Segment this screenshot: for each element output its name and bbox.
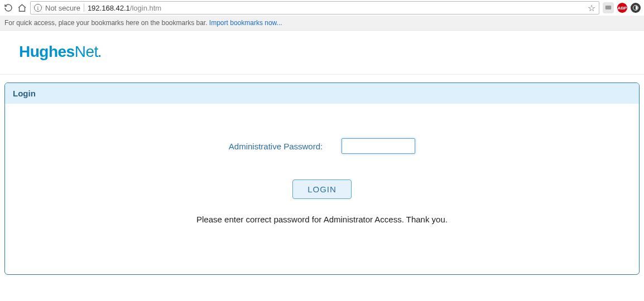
content-area: Login Administrative Password: LOGIN Ple…	[0, 75, 644, 280]
extension-circle-icon[interactable]	[631, 3, 641, 13]
card-title: Login	[5, 83, 639, 104]
abp-icon[interactable]: ABP	[617, 3, 627, 13]
login-message: Please enter correct password for Admini…	[16, 215, 628, 224]
import-bookmarks-link[interactable]: Import bookmarks now...	[209, 19, 282, 27]
password-label: Administrative Password:	[229, 142, 323, 151]
url-host: 192.168.42.1	[88, 4, 130, 12]
home-icon[interactable]	[17, 3, 27, 13]
logo-thin: Net	[75, 43, 98, 60]
url-path: /login.htm	[130, 4, 161, 12]
page-header: HughesNet.	[0, 31, 644, 75]
separator	[84, 4, 84, 12]
bookmarks-hint: For quick access, place your bookmarks h…	[4, 19, 208, 27]
browser-toolbar: i Not secure 192.168.42.1/login.htm ☆ AB…	[0, 0, 644, 16]
logo-bold: Hughes	[19, 43, 75, 60]
info-icon[interactable]: i	[34, 4, 42, 12]
hughesnet-logo: HughesNet.	[19, 43, 625, 61]
svg-rect-0	[605, 6, 612, 9]
password-row: Administrative Password:	[16, 138, 628, 154]
extension-icon[interactable]	[603, 2, 614, 13]
url-display: 192.168.42.1/login.htm	[88, 4, 161, 12]
login-card: Login Administrative Password: LOGIN Ple…	[4, 82, 640, 275]
logo-dot: .	[98, 47, 101, 59]
address-bar[interactable]: i Not secure 192.168.42.1/login.htm ☆	[30, 1, 599, 14]
bookmarks-bar: For quick access, place your bookmarks h…	[0, 16, 644, 31]
card-body: Administrative Password: LOGIN Please en…	[5, 104, 639, 274]
bookmark-star-icon[interactable]: ☆	[588, 3, 595, 13]
password-input[interactable]	[342, 138, 415, 154]
security-status: Not secure	[45, 4, 80, 12]
reload-icon[interactable]	[3, 3, 13, 13]
login-button[interactable]: LOGIN	[292, 179, 352, 199]
